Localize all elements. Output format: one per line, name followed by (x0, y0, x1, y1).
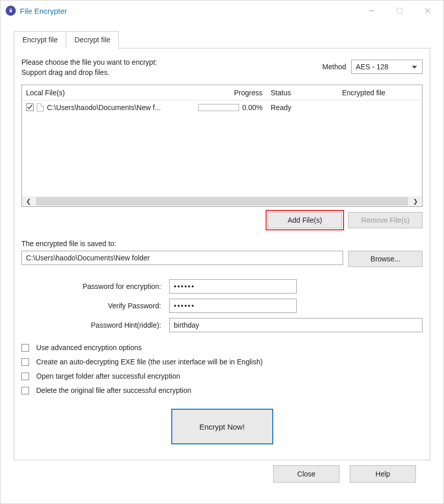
method-label: Method (322, 63, 346, 71)
exe-label: Create an auto-decrypting EXE file (the … (36, 358, 263, 366)
password-label: Password for encryption: (21, 282, 169, 290)
tab-encrypt[interactable]: Encrypt file (14, 31, 66, 48)
table-body: C:\Users\haodo\Documents\New f... 0.00% … (22, 100, 422, 196)
verify-password-label: Verify Password: (21, 302, 169, 310)
instruction-line1: Please choose the file you want to encry… (21, 58, 322, 68)
titlebar: File Encrypter (1, 1, 443, 21)
scroll-right-icon[interactable]: ❯ (413, 198, 418, 205)
window-title: File Encrypter (20, 7, 67, 15)
maximize-button[interactable] (385, 1, 413, 21)
delete-original-label: Delete the original file after successfu… (36, 386, 191, 394)
row-progress: 0.00% (242, 103, 263, 112)
save-path-value: C:\Users\haodo\Documents\New folder (26, 254, 150, 262)
table-row[interactable]: C:\Users\haodo\Documents\New f... 0.00% … (22, 100, 422, 115)
horizontal-scrollbar[interactable]: ❮ ❯ (22, 196, 422, 206)
verify-password-input[interactable]: •••••• (169, 299, 297, 313)
col-encfile[interactable]: Encrypted file (338, 89, 422, 97)
password-value: •••••• (174, 282, 195, 290)
save-path-input[interactable]: C:\Users\haodo\Documents\New folder (21, 251, 343, 265)
instruction-text: Please choose the file you want to encry… (21, 58, 322, 77)
svg-rect-2 (397, 8, 402, 13)
minimize-button[interactable] (357, 1, 385, 21)
open-folder-label: Open target folder after successful encr… (36, 372, 180, 380)
tabs: Encrypt file Decrypt file (14, 31, 430, 48)
app-icon (6, 6, 16, 16)
remove-files-button[interactable]: Remove File(s) (348, 212, 423, 228)
open-folder-checkbox[interactable] (21, 373, 29, 380)
col-status[interactable]: Status (267, 89, 338, 97)
svg-rect-0 (10, 10, 12, 12)
scroll-left-icon[interactable]: ❮ (26, 198, 31, 205)
file-icon (37, 103, 44, 112)
instruction-line2: Support drag and drop files. (21, 68, 322, 78)
col-file[interactable]: Local File(s) (22, 89, 190, 97)
delete-original-checkbox[interactable] (21, 387, 29, 394)
hint-input[interactable]: birthday (169, 318, 423, 332)
close-button[interactable]: Close (273, 465, 339, 483)
tab-decrypt[interactable]: Decrypt file (66, 31, 119, 48)
help-button[interactable]: Help (350, 465, 416, 483)
encrypt-now-button[interactable]: Encrypt Now! (171, 409, 273, 444)
method-value: AES - 128 (356, 63, 388, 71)
method-select[interactable]: AES - 128 (351, 60, 423, 74)
add-files-button[interactable]: Add File(s) (268, 212, 342, 228)
verify-password-value: •••••• (174, 302, 195, 310)
browse-button[interactable]: Browse... (348, 251, 423, 267)
row-checkbox[interactable] (26, 103, 34, 111)
hint-label: Password Hint(riddle): (21, 321, 169, 329)
close-window-button[interactable] (413, 1, 441, 21)
advanced-checkbox[interactable] (21, 344, 29, 352)
content-area: Encrypt file Decrypt file Please choose … (1, 21, 443, 493)
hint-value: birthday (174, 321, 199, 329)
col-progress[interactable]: Progress (190, 89, 267, 97)
progress-bar (198, 104, 239, 111)
advanced-label: Use advanced encryption options (36, 343, 142, 352)
file-table: Local File(s) Progress Status Encrypted … (21, 85, 423, 207)
save-to-label: The encrypted file is saved to: (21, 240, 423, 248)
row-file-path: C:\Users\haodo\Documents\New f... (47, 103, 161, 112)
table-header: Local File(s) Progress Status Encrypted … (22, 85, 422, 100)
exe-checkbox[interactable] (21, 358, 29, 366)
encrypt-panel: Please choose the file you want to encry… (14, 48, 430, 460)
password-input[interactable]: •••••• (169, 279, 297, 294)
scroll-track[interactable] (36, 197, 408, 205)
row-status: Ready (267, 103, 338, 112)
